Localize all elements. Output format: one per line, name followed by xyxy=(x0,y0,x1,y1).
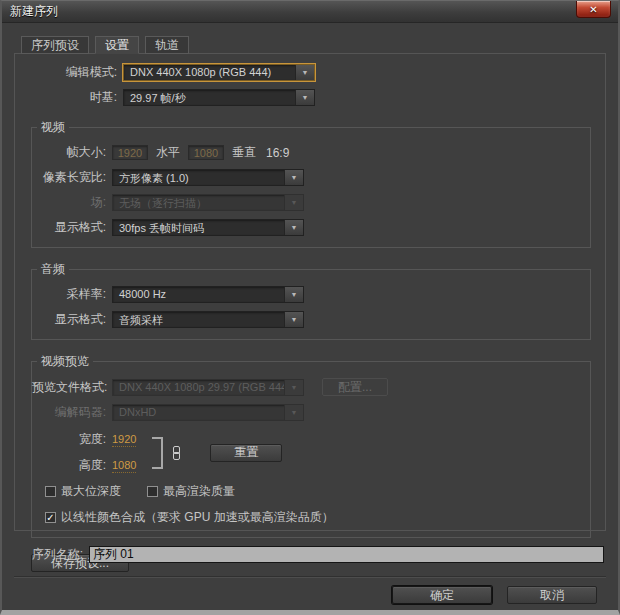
preview-format-row: 预览文件格式: DNX 440X 1080p 29.97 (RGB 444) ▼… xyxy=(32,378,580,396)
checkbox-row-2: ✓ 以线性颜色合成（要求 GPU 加速或最高渲染品质） xyxy=(45,509,580,526)
codec-label: 编解码器: xyxy=(32,404,106,421)
tab-settings[interactable]: 设置 xyxy=(95,36,139,54)
preview-height-row: 高度: 1080 xyxy=(32,457,136,474)
timebase-dropdown[interactable]: 29.97 帧/秒 ▼ xyxy=(123,89,315,106)
preview-height-label: 高度: xyxy=(32,457,106,474)
max-bit-depth-label: 最大位深度 xyxy=(61,483,121,500)
ok-button-label: 确定 xyxy=(430,587,454,604)
pixel-aspect-value: 方形像素 (1.0) xyxy=(113,170,284,185)
chevron-down-icon: ▼ xyxy=(295,90,314,105)
cancel-button-label: 取消 xyxy=(540,587,564,604)
fields-dropdown: 无场（逐行扫描） ▼ xyxy=(112,194,304,211)
checkbox-box[interactable] xyxy=(147,486,158,497)
codec-dropdown: DNxHD ▼ xyxy=(112,404,304,421)
tab-bar: 序列预设 设置 轨道 xyxy=(14,36,606,53)
checkbox-check-icon[interactable]: ✓ xyxy=(45,512,56,523)
sequence-name-label: 序列名称: xyxy=(21,546,83,563)
chevron-down-icon: ▼ xyxy=(284,380,303,395)
window-title: 新建序列 xyxy=(2,3,58,20)
sample-rate-label: 采样率: xyxy=(32,286,106,303)
audio-group-title: 音频 xyxy=(37,261,69,278)
fields-value: 无场（逐行扫描） xyxy=(113,195,284,210)
edit-mode-value: DNX 440X 1080p (RGB 444) xyxy=(124,65,295,80)
audio-display-format-row: 显示格式: 音频采样 ▼ xyxy=(32,311,580,328)
video-preview-group: 视频预览 预览文件格式: DNX 440X 1080p 29.97 (RGB 4… xyxy=(31,353,591,538)
video-display-format-row: 显示格式: 30fps 丢帧时间码 ▼ xyxy=(32,219,580,236)
preview-height-hot-value[interactable]: 1080 xyxy=(112,459,136,473)
audio-display-format-value: 音频采样 xyxy=(113,312,284,327)
vertical-label: 垂直 xyxy=(232,144,256,161)
preview-format-value: DNX 440X 1080p 29.97 (RGB 444) xyxy=(113,380,284,395)
fields-row: 场: 无场（逐行扫描） ▼ xyxy=(32,194,580,211)
configure-button: 配置... xyxy=(322,378,388,396)
video-display-format-label: 显示格式: xyxy=(32,219,106,236)
video-group: 视频 帧大小: 水平 垂直 16:9 像素长宽比: 方形像素 (1.0) ▼ xyxy=(31,119,591,248)
linear-color-checkbox[interactable]: ✓ 以线性颜色合成（要求 GPU 加速或最高渲染品质） xyxy=(45,509,334,526)
video-group-title: 视频 xyxy=(37,119,69,136)
preview-width-hot-value[interactable]: 1920 xyxy=(112,433,136,447)
new-sequence-dialog: 新建序列 ✕ 序列预设 设置 轨道 编辑模式: DNX 440X 1080p (… xyxy=(0,0,620,615)
cancel-button[interactable]: 取消 xyxy=(507,586,597,604)
preview-format-dropdown: DNX 440X 1080p 29.97 (RGB 444) ▼ xyxy=(112,379,304,396)
chevron-down-icon: ▼ xyxy=(284,312,303,327)
video-display-format-value: 30fps 丢帧时间码 xyxy=(113,220,284,235)
footer-buttons: 确定 取消 xyxy=(14,586,597,604)
video-preview-group-title: 视频预览 xyxy=(37,353,93,370)
preview-size-block: 宽度: 1920 高度: 1080 重置 xyxy=(32,431,580,474)
timebase-row: 时基: 29.97 帧/秒 ▼ xyxy=(29,89,591,106)
titlebar[interactable]: 新建序列 ✕ xyxy=(2,1,618,23)
aspect-ratio-value: 16:9 xyxy=(266,146,289,160)
max-render-quality-label: 最高渲染质量 xyxy=(163,483,235,500)
chevron-down-icon: ▼ xyxy=(284,405,303,420)
max-bit-depth-checkbox[interactable]: 最大位深度 xyxy=(45,483,121,500)
chevron-down-icon: ▼ xyxy=(284,195,303,210)
linear-color-label: 以线性颜色合成（要求 GPU 加速或最高渲染品质） xyxy=(61,509,334,526)
frame-size-label: 帧大小: xyxy=(32,144,106,161)
chevron-down-icon: ▼ xyxy=(295,65,314,80)
preview-width-label: 宽度: xyxy=(32,431,106,448)
pixel-aspect-dropdown[interactable]: 方形像素 (1.0) ▼ xyxy=(112,169,304,186)
preview-width-row: 宽度: 1920 xyxy=(32,431,136,448)
tab-tracks[interactable]: 轨道 xyxy=(145,36,189,54)
checkbox-row-1: 最大位深度 最高渲染质量 xyxy=(45,483,580,500)
sample-rate-dropdown[interactable]: 48000 Hz ▼ xyxy=(112,286,304,303)
preview-format-label: 预览文件格式: xyxy=(32,379,106,396)
sample-rate-value: 48000 Hz xyxy=(113,287,284,302)
chevron-down-icon: ▼ xyxy=(284,220,303,235)
sequence-name-input[interactable] xyxy=(89,546,604,563)
audio-display-format-label: 显示格式: xyxy=(32,311,106,328)
video-display-format-dropdown[interactable]: 30fps 丢帧时间码 ▼ xyxy=(112,219,304,236)
sequence-name-row: 序列名称: xyxy=(21,546,604,563)
timebase-value: 29.97 帧/秒 xyxy=(124,90,295,105)
codec-value: DNxHD xyxy=(113,405,284,420)
link-icon[interactable] xyxy=(173,446,180,460)
pixel-aspect-row: 像素长宽比: 方形像素 (1.0) ▼ xyxy=(32,169,580,186)
timebase-label: 时基: xyxy=(29,89,117,106)
edit-mode-row: 编辑模式: DNX 440X 1080p (RGB 444) ▼ xyxy=(29,64,591,81)
codec-row: 编解码器: DNxHD ▼ xyxy=(32,404,580,421)
edit-mode-dropdown[interactable]: DNX 440X 1080p (RGB 444) ▼ xyxy=(123,64,315,81)
checkbox-box[interactable] xyxy=(45,486,56,497)
configure-button-label: 配置... xyxy=(338,379,372,396)
ok-button[interactable]: 确定 xyxy=(392,586,492,604)
reset-button-label: 重置 xyxy=(234,444,258,461)
tab-sequence-presets[interactable]: 序列预设 xyxy=(21,36,89,54)
edit-mode-label: 编辑模式: xyxy=(29,64,117,81)
audio-group: 音频 采样率: 48000 Hz ▼ 显示格式: 音频采样 ▼ xyxy=(31,261,591,340)
sample-rate-row: 采样率: 48000 Hz ▼ xyxy=(32,286,580,303)
horizontal-label: 水平 xyxy=(156,144,180,161)
audio-display-format-dropdown[interactable]: 音频采样 ▼ xyxy=(112,311,304,328)
close-button[interactable]: ✕ xyxy=(576,1,611,18)
fields-label: 场: xyxy=(32,194,106,211)
chevron-down-icon: ▼ xyxy=(284,287,303,302)
reset-button[interactable]: 重置 xyxy=(210,444,282,462)
frame-width-input xyxy=(112,145,148,160)
footer-divider xyxy=(14,576,606,577)
size-bracket xyxy=(152,437,163,469)
settings-tab-page: 编辑模式: DNX 440X 1080p (RGB 444) ▼ 时基: 29.… xyxy=(14,53,606,531)
preview-size-fields: 宽度: 1920 高度: 1080 xyxy=(32,431,136,474)
chevron-down-icon: ▼ xyxy=(284,170,303,185)
pixel-aspect-label: 像素长宽比: xyxy=(32,169,106,186)
dialog-body: 序列预设 设置 轨道 编辑模式: DNX 440X 1080p (RGB 444… xyxy=(2,23,618,604)
max-render-quality-checkbox[interactable]: 最高渲染质量 xyxy=(147,483,235,500)
